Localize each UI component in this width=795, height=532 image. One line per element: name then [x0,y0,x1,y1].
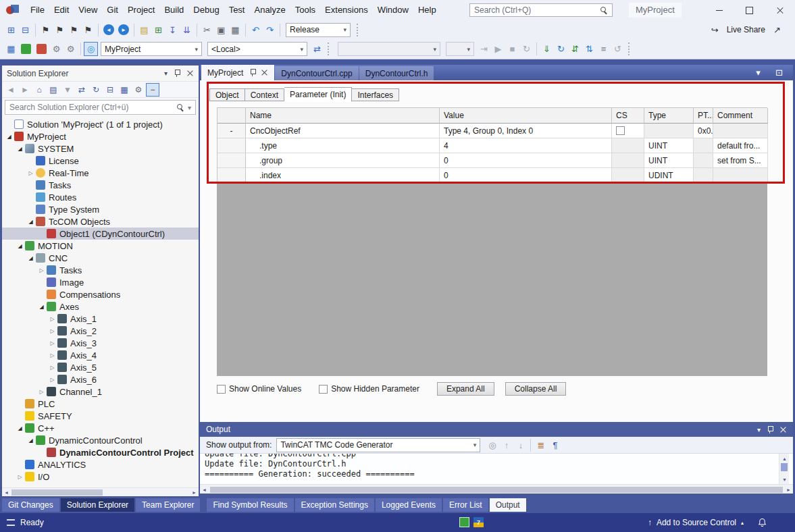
previous-bookmark-icon[interactable]: ⚑ [53,23,67,37]
chevron-down-icon[interactable]: ▾ [188,104,191,111]
tree-closed-arrow-icon[interactable]: ▷ [48,365,57,371]
grid-cell-cs[interactable] [612,124,644,138]
tree-closed-arrow-icon[interactable]: ▷ [48,352,57,358]
grid-header-value[interactable]: Value [440,108,612,124]
word-wrap-icon[interactable]: ¶ [548,438,562,452]
reload-devices-icon[interactable]: ⇅ [582,42,596,56]
tree-closed-arrow-icon[interactable]: ▷ [48,340,57,346]
maximize-icon[interactable] [734,0,765,20]
grid-cell-pt[interactable] [694,138,713,153]
scrollbar-thumb[interactable] [210,487,783,493]
grid-cell-type[interactable]: UINT [644,138,694,153]
close-panel-icon[interactable] [186,70,194,77]
grid-cell-comment[interactable] [713,168,768,183]
switch-views-icon[interactable]: ▤ [47,83,60,97]
forward-icon[interactable]: ► [18,83,32,97]
twincat-hmi-icon[interactable] [36,44,47,54]
grid-cell-value[interactable]: Type 4, Group 0, Index 0 [440,124,612,138]
menu-edit[interactable]: Edit [49,0,74,20]
doc-tab-dyncontourctrl-cpp[interactable]: DynContourCtrl.cpp [275,66,358,80]
panel-tab-find-symbol-results[interactable]: Find Symbol Results [207,498,293,512]
next-bookmark-icon[interactable]: ⚑ [67,23,81,37]
output-header[interactable]: Output ▾ [200,422,793,437]
tree-open-arrow-icon[interactable]: ◢ [16,243,24,249]
grid-cell-cs[interactable] [612,153,644,168]
tree-item-axis-6[interactable]: ▷Axis_6 [2,373,199,385]
tree-item-type-system[interactable]: Type System [2,203,199,215]
tree-item-channel-1[interactable]: ▷Channel_1 [2,385,199,398]
output-hscrollbar[interactable]: ◄ ► [200,484,793,494]
restart-twincat-system-icon[interactable]: ↻ [554,42,568,56]
start-icon[interactable]: ▶ [491,42,505,56]
menu-test[interactable]: Test [224,0,250,20]
active-files-chevron-icon[interactable]: ▾ [751,65,765,80]
restart-config-mode-icon[interactable]: ⇵ [568,42,582,56]
expand-all-button[interactable]: Expand All [437,382,494,396]
scroll-down-icon[interactable]: ▼ [780,475,789,483]
find-message-icon[interactable]: ◎ [485,438,499,452]
grid-cell-name[interactable]: .index [246,168,440,183]
menu-tools[interactable]: Tools [290,0,320,20]
panel-tab-git-changes[interactable]: Git Changes [2,498,59,512]
save-all-icon[interactable]: ⇊ [180,23,194,37]
grid-cell-name[interactable]: .type [246,138,440,153]
tree-item-axis-1[interactable]: ▷Axis_1 [2,313,199,325]
menu-project[interactable]: Project [123,0,159,20]
close-panel-icon[interactable] [779,426,787,433]
sync-with-active-document-icon[interactable]: ⇄ [75,83,88,97]
subtab-context[interactable]: Context [245,88,284,101]
tree-item-object1-cdyncontourctrl[interactable]: Object1 (CDynContourCtrl) [2,228,199,240]
target-system-combo[interactable]: <Local>▾ [207,42,307,56]
menu-git[interactable]: Git [102,0,123,20]
solution-explorer-hscrollbar[interactable]: ◄ ► [2,487,199,496]
scope-combo[interactable]: ▾ [338,42,440,56]
panel-tab-output[interactable]: Output [490,498,526,512]
tree-open-arrow-icon[interactable]: ◢ [26,437,35,444]
scroll-right-icon[interactable]: ► [190,488,199,496]
tree-item-analytics[interactable]: ANALYTICS [2,458,199,471]
add-to-source-control-button[interactable]: Add to Source Control [657,518,736,527]
scroll-up-icon[interactable]: ▲ [780,454,789,462]
twincat-mode-icon[interactable] [459,517,469,527]
tree-item-axis-2[interactable]: ▷Axis_2 [2,325,199,337]
grid-header-type[interactable]: Type [644,108,694,124]
grid-cell-value[interactable]: 0 [440,153,612,168]
collapse-all-button[interactable]: Collapse All [505,382,567,396]
view-designer-icon[interactable]: ⊟ [18,23,32,37]
scroll-right-icon[interactable]: ► [784,485,793,494]
show-sub-items-icon[interactable]: ≡ [596,42,611,56]
solution-configuration-combo[interactable]: Release▾ [286,23,351,37]
tree-item-real-time[interactable]: ▷Real-Time [2,167,199,179]
back-icon[interactable]: ◄ [4,83,18,97]
close-window-icon[interactable] [765,0,795,20]
grid-cell-pt[interactable]: 0x0... [694,124,713,138]
doc-tab-myproject[interactable]: MyProject [201,65,274,80]
grid-header-pt[interactable]: PT... [694,108,713,124]
undo-icon[interactable]: ↶ [249,23,263,37]
tools-gear-icon[interactable]: ⚙ [63,42,78,56]
tree-item-image[interactable]: Image [2,276,199,288]
tree-item-i-o[interactable]: ▷I/O [2,471,199,483]
tree-item-tasks[interactable]: ▷Tasks [2,264,199,276]
menu-help[interactable]: Help [413,0,441,20]
solution-search-input[interactable]: Search Solution Explorer (Ctrl+ü) ▾ [5,100,196,115]
output-vscrollbar[interactable]: ▲ ▼ [779,454,789,484]
live-share-icon[interactable]: ↪ [708,23,722,37]
tree-item-dynamiccontourcontrol[interactable]: ◢DynamicContourControl [2,434,199,446]
backend-grid-icon[interactable]: ▦ [4,42,18,56]
tree-item-system[interactable]: ◢SYSTEM [2,142,199,155]
tree-item-dynamiccontourcontrol-project[interactable]: DynamicContourControl Project [2,446,199,458]
tree-closed-arrow-icon[interactable]: ▷ [26,170,35,176]
tree-item-license[interactable]: License [2,155,199,167]
scroll-left-icon[interactable]: ◄ [200,485,209,494]
grid-row-indicator[interactable] [217,168,246,183]
tree-closed-arrow-icon[interactable]: ▷ [37,267,46,273]
go-to-previous-message-icon[interactable]: ↑ [499,438,513,452]
pending-filter-icon[interactable]: ▼ [61,83,74,97]
live-share-label[interactable]: Live Share [727,25,765,34]
clear-all-icon[interactable]: ≣ [534,438,548,452]
menu-view[interactable]: View [74,0,102,20]
restart-icon[interactable]: ↻ [519,42,534,56]
tree-closed-arrow-icon[interactable]: ▷ [37,389,46,395]
cs-checkbox[interactable] [616,126,625,135]
